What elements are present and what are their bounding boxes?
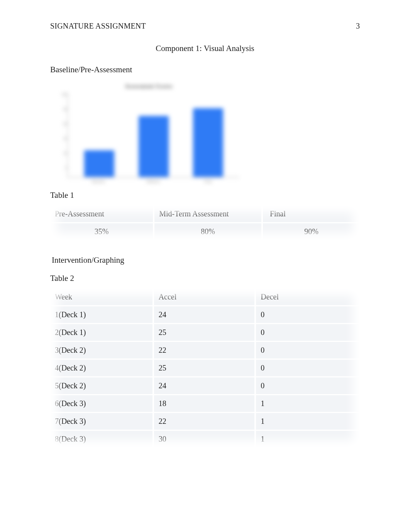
table1: Pre-AssessmentMid-Term AssessmentFinal35…	[50, 206, 360, 240]
table-cell: 24	[152, 305, 255, 323]
chart-x-axis: BaselineMidtermFinal	[67, 178, 239, 184]
table-cell: 80%	[153, 222, 261, 240]
table-cell: 25	[152, 323, 255, 341]
table-cell: 0	[254, 323, 360, 341]
x-label: Midterm	[129, 179, 178, 184]
table-cell: 4(Deck 2)	[50, 359, 152, 376]
table-header-cell: Mid-Term Assessment	[153, 206, 261, 222]
table-header-cell: Accel	[152, 289, 255, 305]
chart-y-axis: 100806040200	[58, 93, 67, 178]
bar-final	[184, 108, 233, 177]
table1-caption: Table 1	[50, 190, 360, 200]
table-row: 7(Deck 3)221	[50, 412, 360, 430]
intervention-heading: Intervention/Graphing	[52, 255, 360, 265]
table-header-cell: Week	[50, 289, 152, 305]
table-cell: 8(Deck 3)	[50, 430, 152, 447]
chart-plot-area	[67, 93, 239, 178]
table-row: 35%80%90%	[50, 222, 360, 240]
bar-baseline	[75, 150, 124, 177]
table2: WeekAccelDecel1(Deck 1)2402(Deck 1)2503(…	[50, 289, 360, 447]
table1-wrap: Pre-AssessmentMid-Term AssessmentFinal35…	[50, 206, 360, 240]
table-cell: 1(Deck 1)	[50, 305, 152, 323]
table-cell: 0	[254, 359, 360, 376]
table-cell: 25	[152, 359, 255, 376]
table-cell: 0	[254, 305, 360, 323]
table-cell: 30	[152, 430, 255, 447]
table-cell: 35%	[50, 222, 153, 240]
table-row: 1(Deck 1)240	[50, 305, 360, 323]
table-cell: 2(Deck 1)	[50, 323, 152, 341]
x-label: Baseline	[74, 179, 123, 184]
table-cell: 24	[152, 376, 255, 394]
table-cell: 5(Deck 2)	[50, 376, 152, 394]
table2-caption: Table 2	[50, 274, 360, 283]
table-cell: 90%	[261, 222, 360, 240]
table-cell: 7(Deck 3)	[50, 412, 152, 430]
table-row: 5(Deck 2)240	[50, 376, 360, 394]
table-cell: 0	[254, 341, 360, 359]
chart-title: Assessment Scores	[58, 83, 239, 90]
table-cell: 1	[254, 430, 360, 447]
bar-midterm	[129, 116, 178, 177]
chart-body: 100806040200	[58, 93, 239, 178]
baseline-heading: Baseline/Pre-Assessment	[50, 65, 360, 75]
table-row: 6(Deck 3)181	[50, 394, 360, 412]
table-header-cell: Decel	[254, 289, 360, 305]
bar	[84, 150, 114, 177]
table-cell: 18	[152, 394, 255, 412]
table-row: 8(Deck 3)301	[50, 430, 360, 447]
assessment-bar-chart: Assessment Scores 100806040200 BaselineM…	[58, 83, 239, 184]
table-cell: 1	[254, 412, 360, 430]
bar	[193, 108, 223, 177]
x-label: Final	[183, 179, 233, 184]
table-row: 4(Deck 2)250	[50, 359, 360, 376]
table-row: 2(Deck 1)250	[50, 323, 360, 341]
table-cell: 3(Deck 2)	[50, 341, 152, 359]
table2-wrap: WeekAccelDecel1(Deck 1)2402(Deck 1)2503(…	[50, 289, 360, 447]
page-number: 3	[356, 22, 360, 31]
bar	[139, 116, 169, 177]
table-cell: 22	[152, 341, 255, 359]
document-page: SIGNATURE ASSIGNMENT 3 Component 1: Visu…	[0, 0, 410, 471]
section-title: Component 1: Visual Analysis	[50, 44, 360, 53]
running-head: SIGNATURE ASSIGNMENT	[50, 22, 146, 31]
page-header: SIGNATURE ASSIGNMENT 3	[50, 22, 360, 31]
table-cell: 1	[254, 394, 360, 412]
table-cell: 6(Deck 3)	[50, 394, 152, 412]
table-cell: 22	[152, 412, 255, 430]
table-cell: 0	[254, 376, 360, 394]
table-row: 3(Deck 2)220	[50, 341, 360, 359]
table-header-cell: Final	[261, 206, 360, 222]
table-header-cell: Pre-Assessment	[50, 206, 153, 222]
